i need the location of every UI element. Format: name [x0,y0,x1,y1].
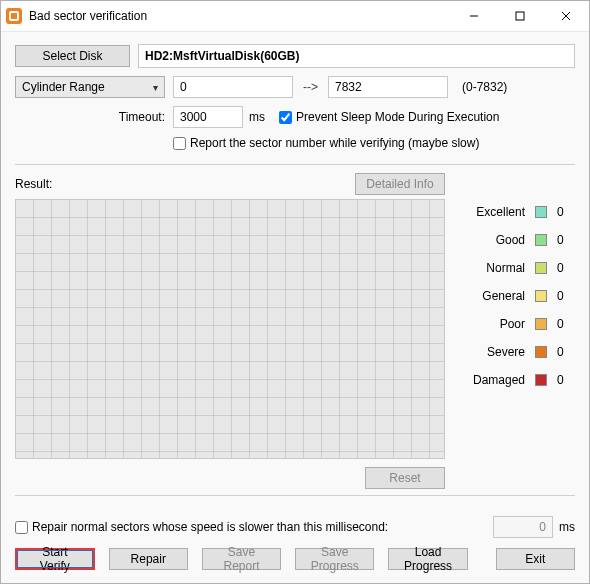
legend-label: Normal [471,261,525,275]
save-report-button[interactable]: Save Report [202,548,281,570]
range-mode-label: Cylinder Range [22,80,105,94]
repair-slow-unit: ms [559,520,575,534]
window-title: Bad sector verification [29,9,451,23]
svg-rect-4 [516,12,524,20]
legend: Excellent0Good0Normal0General0Poor0Sever… [445,199,575,459]
result-label: Result: [15,177,52,191]
range-end-input[interactable] [328,76,448,98]
save-progress-button[interactable]: Save Progress [295,548,374,570]
legend-swatch [535,346,547,358]
report-sector-checkbox[interactable]: Report the sector number while verifying… [173,136,479,150]
divider [15,164,575,165]
selected-disk-field: HD2:MsftVirtualDisk(60GB) [138,44,575,68]
legend-count: 0 [557,373,575,387]
legend-swatch [535,262,547,274]
legend-label: General [471,289,525,303]
legend-swatch [535,234,547,246]
legend-swatch [535,318,547,330]
legend-item: Good0 [459,233,575,247]
repair-slow-checkbox[interactable]: Repair normal sectors whose speed is slo… [15,520,388,534]
legend-swatch [535,374,547,386]
legend-item: Damaged0 [459,373,575,387]
client-area: Select Disk HD2:MsftVirtualDisk(60GB) Cy… [1,32,589,583]
legend-item: Excellent0 [459,205,575,219]
titlebar: Bad sector verification [1,1,589,32]
report-sector-input[interactable] [173,137,186,150]
range-start-input[interactable] [173,76,293,98]
range-mode-dropdown[interactable]: Cylinder Range ▾ [15,76,165,98]
load-progress-button[interactable]: Load Progress [388,548,467,570]
prevent-sleep-input[interactable] [279,111,292,124]
timeout-unit: ms [249,110,265,124]
prevent-sleep-label: Prevent Sleep Mode During Execution [296,110,499,124]
legend-item: Poor0 [459,317,575,331]
selected-disk-text: HD2:MsftVirtualDisk(60GB) [145,49,299,63]
legend-count: 0 [557,317,575,331]
maximize-button[interactable] [497,1,543,31]
select-disk-button[interactable]: Select Disk [15,45,130,67]
repair-button[interactable]: Repair [109,548,188,570]
legend-label: Severe [471,345,525,359]
sector-grid [15,199,445,459]
report-sector-label: Report the sector number while verifying… [190,136,479,150]
legend-count: 0 [557,233,575,247]
legend-item: General0 [459,289,575,303]
minimize-button[interactable] [451,1,497,31]
legend-count: 0 [557,205,575,219]
range-hint: (0-7832) [462,80,507,94]
legend-count: 0 [557,289,575,303]
repair-slow-input[interactable] [15,521,28,534]
reset-button[interactable]: Reset [365,467,445,489]
legend-swatch [535,206,547,218]
legend-label: Good [471,233,525,247]
legend-count: 0 [557,261,575,275]
legend-count: 0 [557,345,575,359]
start-verify-button[interactable]: Start Verify [15,548,95,570]
window: Bad sector verification Select Disk HD2:… [0,0,590,584]
chevron-down-icon: ▾ [153,82,158,93]
legend-swatch [535,290,547,302]
prevent-sleep-checkbox[interactable]: Prevent Sleep Mode During Execution [279,110,499,124]
legend-item: Normal0 [459,261,575,275]
detailed-info-button[interactable]: Detailed Info [355,173,445,195]
repair-slow-ms-input [493,516,553,538]
svg-rect-2 [11,13,17,19]
legend-item: Severe0 [459,345,575,359]
app-icon [5,7,23,25]
legend-label: Poor [471,317,525,331]
repair-slow-label: Repair normal sectors whose speed is slo… [32,520,388,534]
range-arrow-icon: --> [303,80,318,94]
divider [15,495,575,496]
timeout-input[interactable] [173,106,243,128]
timeout-label: Timeout: [15,110,173,124]
exit-button[interactable]: Exit [496,548,575,570]
close-button[interactable] [543,1,589,31]
legend-label: Excellent [471,205,525,219]
legend-label: Damaged [471,373,525,387]
